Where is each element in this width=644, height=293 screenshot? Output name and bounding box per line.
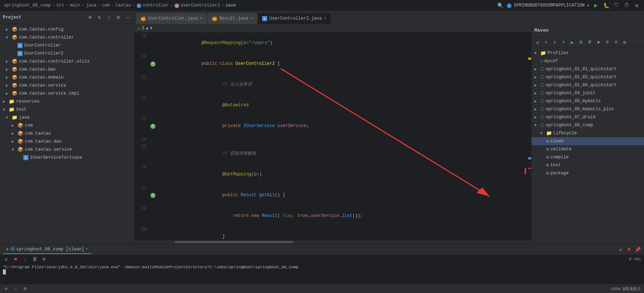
- sidebar-item-java[interactable]: ▼ 📁 java: [0, 114, 134, 122]
- coverage-button[interactable]: ⛉: [613, 2, 620, 9]
- maven-download-btn[interactable]: ⬇: [542, 39, 550, 46]
- tab-close-button[interactable]: ×: [324, 17, 326, 21]
- status-error-icon[interactable]: ⚠: [12, 285, 19, 292]
- scroll-to-end-icon[interactable]: ↓: [22, 256, 28, 262]
- run-configuration[interactable]: ⬤ SPRINGBOOT08SSMPAPPLICATION ▾: [507, 3, 589, 8]
- collapse-all-icon[interactable]: ↕: [105, 14, 112, 21]
- profile-button[interactable]: ⏱: [623, 2, 630, 9]
- status-sync-icon[interactable]: ↺: [3, 285, 9, 292]
- maven-list-btn[interactable]: ≡: [604, 39, 611, 46]
- sidebar-item-controller[interactable]: ▼ 📦 com.taotao.controller: [0, 33, 134, 41]
- maven-lifecycle[interactable]: ▼ 📁 Lifecycle: [532, 129, 644, 137]
- horizontal-scrollbar[interactable]: [135, 240, 531, 244]
- maven-profiles-item[interactable]: ▼ 📁 Profiles: [532, 49, 644, 57]
- sidebar-item-com-taotao[interactable]: ▶ 📦 com.taotao: [0, 130, 134, 138]
- maven-sb-01-04[interactable]: ▶ ⬡ springboot_01_04_quickstart: [532, 81, 644, 89]
- maven-sb-04[interactable]: ▶ ⬡ springboot_04_junit: [532, 89, 644, 97]
- maven-run-btn[interactable]: ▶: [569, 39, 576, 46]
- breadcrumb-item-4[interactable]: java: [86, 3, 96, 8]
- bottom-tab-close[interactable]: ×: [86, 247, 88, 251]
- breadcrumb-item-3[interactable]: main: [70, 3, 80, 8]
- maven-lifecycle-test[interactable]: ⚙ test: [532, 161, 644, 169]
- warning-up-icon[interactable]: ▲: [146, 26, 148, 31]
- bottom-stop-icon[interactable]: ■: [626, 246, 632, 253]
- maven-download-sources-btn[interactable]: ⬆: [551, 39, 558, 46]
- sidebar-item-usercontroller2[interactable]: ▶ C UserController2: [0, 50, 134, 58]
- code-text[interactable]: return new Result( flag: true,userServic…: [157, 206, 526, 226]
- settings-button[interactable]: ⚙: [633, 2, 640, 9]
- clear-icon[interactable]: 🗑: [31, 256, 38, 262]
- sidebar-item-com[interactable]: ▶ 📦 com: [0, 122, 134, 130]
- tab-usercontroller2[interactable]: C UserController2.java ×: [258, 13, 331, 24]
- maven-toggle-btn[interactable]: ●: [595, 39, 602, 46]
- spring-icon[interactable]: 🍃: [150, 193, 155, 198]
- maven-mycof-item[interactable]: ☑ mycof: [532, 57, 644, 65]
- code-text[interactable]: @GetMapping(☰▾): [157, 164, 526, 185]
- sidebar-item-config[interactable]: ▶ 📦 com.taotao.config: [0, 25, 134, 33]
- maven-lifecycle-clean[interactable]: ⚙ clean: [532, 137, 644, 145]
- maven-sb-06[interactable]: ▶ ⬡ springboot_06_mabatis_plus: [532, 105, 644, 113]
- breadcrumb-item-2[interactable]: src: [56, 3, 64, 8]
- sidebar-item-controller-utils[interactable]: ▶ 📦 com.taotao.controller.utils: [0, 58, 134, 66]
- debug-button[interactable]: 🐛: [602, 2, 610, 9]
- maven-m-btn[interactable]: m: [577, 39, 585, 46]
- search-everywhere-icon[interactable]: 🔍: [497, 2, 504, 9]
- breadcrumb-item-1[interactable]: springboot_08_ssmp: [4, 3, 51, 8]
- code-text[interactable]: public Result getAll() {: [157, 185, 526, 206]
- run-button[interactable]: ▶: [592, 2, 600, 9]
- tab-result[interactable]: 🍊 Result.java ×: [208, 13, 257, 24]
- sidebar-item-test-service[interactable]: ▼ 📦 com.taotao.service: [0, 146, 134, 154]
- sidebar-item-test-dao[interactable]: ▶ 📦 com.taotao.dao: [0, 138, 134, 146]
- breadcrumb-item-9[interactable]: save: [225, 3, 236, 8]
- bottom-tab-run[interactable]: ▶ ⓜ springboot_08_ssmp [clean] ×: [3, 245, 91, 254]
- code-text[interactable]: private IUserService userService;: [157, 116, 526, 136]
- maven-hash-btn[interactable]: #: [586, 39, 593, 46]
- maven-lifecycle-package[interactable]: ⚙ package: [532, 169, 644, 177]
- sidebar-item-iuserservice-test[interactable]: ▶ C IUserServiceTortcase: [0, 154, 134, 162]
- code-text[interactable]: // 注入业务层: [157, 74, 526, 95]
- run-config-dropdown-icon[interactable]: ▾: [587, 3, 589, 8]
- maven-sb-08[interactable]: ▼ ⬡ springboot_08_ssmp: [532, 121, 644, 129]
- settings-gear-icon[interactable]: ⚙: [115, 14, 122, 21]
- expand-all-icon[interactable]: ⇅: [96, 14, 103, 21]
- settings-icon[interactable]: ⚙: [41, 256, 47, 262]
- breadcrumb-item-6[interactable]: taotao: [115, 3, 131, 8]
- locate-file-icon[interactable]: ⊕: [86, 14, 94, 21]
- code-text[interactable]: public class UserController2 {: [157, 54, 526, 74]
- sidebar-item-test[interactable]: ▼ 📁 test: [0, 106, 134, 114]
- maven-sb-07[interactable]: ▶ ⬡ springboot_07_druid: [532, 113, 644, 121]
- sidebar-item-dao[interactable]: ▶ 📦 com.taotao.dao: [0, 66, 134, 74]
- sidebar-item-domain[interactable]: ▶ 📦 com.taotao.domain: [0, 74, 134, 82]
- maven-sb-05[interactable]: ▶ ⬡ springboot_05_mybatis: [532, 97, 644, 105]
- sidebar-item-service-impl[interactable]: ▶ 📦 com.taotao.service.impl: [0, 90, 134, 98]
- sidebar-item-resources[interactable]: ▶ 📁 resources: [0, 98, 134, 106]
- tab-close-button[interactable]: ×: [250, 17, 253, 21]
- maven-refresh-btn[interactable]: ↺: [534, 39, 541, 46]
- code-text[interactable]: // 获取所有数据: [157, 143, 526, 164]
- restart-debug-icon[interactable]: ↺: [3, 256, 9, 262]
- bottom-restart-icon[interactable]: ↺: [617, 246, 624, 253]
- sidebar-item-service[interactable]: ▶ 📦 com.taotao.service: [0, 82, 134, 90]
- maven-settings-btn[interactable]: ⚙: [621, 39, 628, 46]
- scrollbar-thumb[interactable]: [174, 241, 293, 243]
- maven-lifecycle-compile[interactable]: ⚙ compile: [532, 153, 644, 161]
- status-settings-icon[interactable]: ⚙: [22, 285, 28, 292]
- breadcrumb-item-8[interactable]: UserController2: [181, 3, 220, 8]
- maven-add-btn[interactable]: +: [560, 39, 567, 46]
- sidebar-item-usercontroller[interactable]: ▶ C UserController: [0, 41, 134, 50]
- warning-down-icon[interactable]: ▼: [150, 26, 153, 31]
- more-options-icon[interactable]: —: [124, 14, 131, 21]
- maven-sb-01-01[interactable]: ▶ ⬡ springboot_01_01_quickstart: [532, 65, 644, 73]
- breadcrumb-item-5[interactable]: com: [102, 3, 110, 8]
- maven-list2-btn[interactable]: ≡: [612, 39, 620, 46]
- maven-sb-01-03[interactable]: ▶ ⬡ springboot_01_03_quickstart: [532, 73, 644, 81]
- code-text[interactable]: }: [157, 226, 526, 240]
- code-text[interactable]: @Autowired: [157, 95, 526, 116]
- maven-lifecycle-validate[interactable]: ⚙ validate: [532, 145, 644, 153]
- checkbox-icon[interactable]: ☑: [540, 58, 543, 64]
- code-text[interactable]: @RequestMapping(☰▾"/users"): [157, 33, 526, 54]
- stop-icon[interactable]: ■: [12, 256, 19, 262]
- spring-icon[interactable]: 🍃: [150, 124, 155, 129]
- breadcrumb-item-7[interactable]: controller: [143, 3, 169, 8]
- bottom-pin-icon[interactable]: 📌: [635, 246, 641, 253]
